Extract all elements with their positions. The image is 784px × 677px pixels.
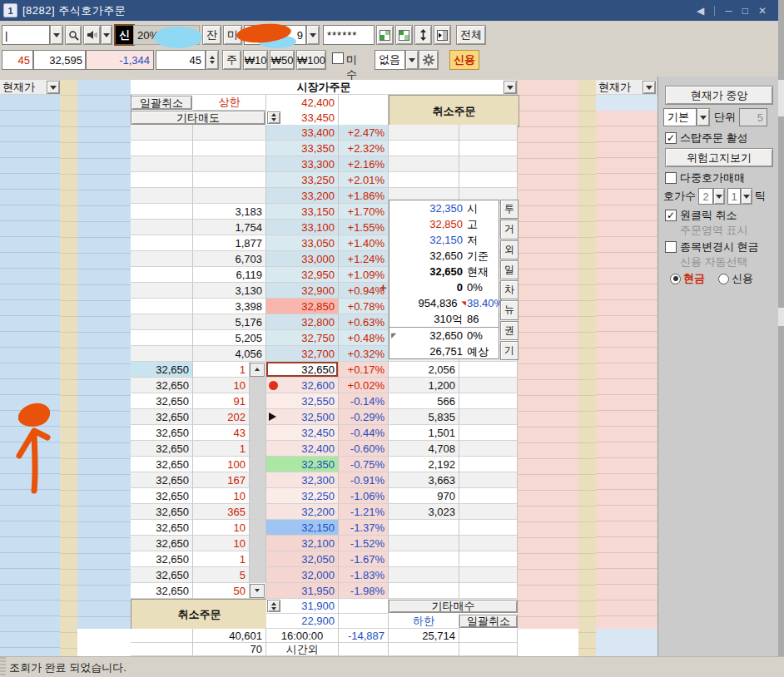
account-dropdown-button[interactable] (306, 25, 320, 45)
my-order-price[interactable]: 32,650 (131, 583, 193, 599)
bid-scrollbar[interactable] (250, 362, 266, 378)
ask-price[interactable]: 32,750 (266, 330, 339, 346)
w10-button[interactable]: ₩10 (243, 50, 268, 70)
ask-qty[interactable]: 6,119 (193, 267, 266, 283)
bid-scrollbar[interactable] (250, 441, 266, 457)
ask-price[interactable]: 33,000 (266, 251, 339, 267)
resize-vertical-icon[interactable] (414, 25, 432, 45)
ask-price[interactable]: 33,250 (266, 172, 339, 188)
chart-quadrant-icon[interactable] (376, 25, 394, 45)
my-order-qty[interactable]: 10 (193, 520, 250, 536)
ask-price[interactable]: 32,800 (266, 314, 339, 330)
bid-qty[interactable] (389, 583, 459, 599)
chart-quadrant2-icon[interactable] (395, 25, 413, 45)
none-dropdown[interactable]: 없음 (375, 50, 405, 70)
side-tab-2[interactable]: 거 (500, 220, 519, 239)
my-order-price[interactable]: 32,650 (131, 520, 193, 536)
multi-quote-checkbox[interactable] (665, 172, 677, 184)
scroll-up-icon[interactable] (250, 363, 265, 377)
ask-price[interactable]: 33,200 (266, 188, 339, 204)
balance-button[interactable]: 잔 (202, 25, 221, 45)
my-order-price[interactable]: 32,650 (131, 409, 193, 425)
ask-price[interactable]: 32,850 (266, 299, 339, 314)
my-order-price[interactable]: 32,650 (131, 441, 193, 457)
ask-qty[interactable]: 1,754 (193, 220, 266, 235)
ask-qty[interactable]: 3,398 (193, 299, 266, 314)
ask-qty[interactable]: 3,130 (193, 283, 266, 299)
w100-button[interactable]: ₩100 (296, 50, 326, 70)
bid-price[interactable]: 32,600 (266, 378, 339, 393)
bid-qty[interactable]: 3,663 (389, 472, 459, 488)
quote-count-2[interactable]: 1 (727, 188, 741, 205)
bid-qty[interactable]: 5,835 (389, 409, 459, 425)
right-current-dropdown[interactable] (643, 81, 656, 94)
market-order-dropdown[interactable] (504, 81, 517, 94)
my-order-price[interactable]: 32,650 (131, 393, 193, 409)
my-order-qty[interactable]: 10 (193, 378, 250, 393)
speaker-dropdown-button[interactable] (101, 25, 112, 45)
my-order-qty[interactable]: 5 (193, 567, 250, 583)
base-dropdown[interactable]: 기본 (663, 108, 697, 126)
ask-qty[interactable]: 6,703 (193, 251, 266, 267)
ask-qty[interactable]: 5,205 (193, 330, 266, 346)
bid-scrollbar[interactable] (250, 567, 266, 583)
ask-price[interactable]: 33,350 (266, 141, 339, 156)
my-order-qty[interactable]: 1 (193, 362, 250, 378)
close-button[interactable]: ✕ (758, 5, 767, 17)
side-tab-8[interactable]: 기 (500, 341, 519, 360)
ask-qty[interactable]: 1,877 (193, 235, 266, 251)
dock-left-icon[interactable]: ◀ (697, 5, 704, 17)
oneclick-cancel-checkbox[interactable]: ✓ (665, 210, 677, 221)
order-qty-input[interactable]: 45 (156, 50, 206, 70)
bid-price[interactable]: 32,450 (266, 425, 339, 441)
ask-price[interactable]: 32,700 (266, 346, 339, 362)
bid-scrollbar[interactable] (250, 504, 266, 520)
panel-toggle-icon[interactable] (434, 25, 451, 45)
ask-qty[interactable] (193, 156, 266, 172)
w50-button[interactable]: ₩50 (270, 50, 295, 70)
quote-count-2-dropdown[interactable] (741, 188, 752, 205)
ask-price[interactable]: 33,300 (266, 156, 339, 172)
qty-spinner[interactable] (206, 50, 219, 70)
price-spinner-bottom[interactable] (267, 600, 280, 612)
my-order-price[interactable]: 32,650 (131, 488, 193, 504)
bid-scrollbar[interactable] (250, 457, 266, 472)
quote-count-1-dropdown[interactable] (713, 188, 725, 205)
bid-scrollbar[interactable] (250, 536, 266, 551)
my-order-price[interactable]: 32,650 (131, 567, 193, 583)
password-input[interactable]: ****** (323, 25, 375, 45)
bid-qty[interactable]: 2,056 (389, 362, 459, 378)
ask-price[interactable]: 33,100 (266, 220, 339, 235)
my-order-qty[interactable]: 43 (193, 425, 250, 441)
side-tab-7[interactable]: 권 (500, 321, 519, 340)
bid-scrollbar[interactable] (250, 488, 266, 504)
bid-qty[interactable]: 4,708 (389, 441, 459, 457)
my-order-price[interactable]: 32,650 (131, 551, 193, 567)
bid-scrollbar[interactable] (250, 378, 266, 393)
ask-price[interactable]: 33,400 (266, 125, 339, 141)
ask-price[interactable]: 32,950 (266, 267, 339, 283)
other-sell-button[interactable]: 기타매도 (131, 111, 265, 125)
my-order-qty[interactable]: 10 (193, 536, 250, 551)
price-spinner-top[interactable] (267, 111, 280, 124)
bid-qty[interactable]: 1,200 (389, 378, 459, 393)
bid-qty[interactable]: 970 (389, 488, 459, 504)
ask-price[interactable]: 32,900 (266, 283, 339, 299)
bid-scrollbar[interactable] (250, 472, 266, 488)
all-button[interactable]: 전체 (456, 25, 486, 45)
my-order-qty[interactable]: 167 (193, 472, 250, 488)
bid-price[interactable]: 32,550 (266, 393, 339, 409)
speaker-icon[interactable] (83, 25, 101, 45)
left-current-dropdown[interactable] (47, 81, 60, 94)
my-order-qty[interactable]: 1 (193, 441, 250, 457)
my-order-price[interactable]: 32,650 (131, 472, 193, 488)
bid-qty[interactable] (389, 520, 459, 536)
bid-scrollbar[interactable] (250, 409, 266, 425)
shares-button[interactable]: 주 (222, 50, 241, 70)
my-order-qty[interactable]: 202 (193, 409, 250, 425)
bid-scrollbar[interactable] (250, 425, 266, 441)
my-order-price[interactable]: 32,650 (131, 362, 193, 378)
bid-price[interactable]: 32,250 (266, 488, 339, 504)
bid-qty[interactable]: 566 (389, 393, 459, 409)
bid-scrollbar[interactable] (250, 520, 266, 536)
